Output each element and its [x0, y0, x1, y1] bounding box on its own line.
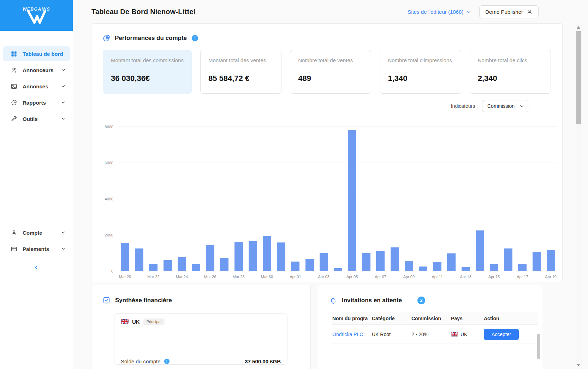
chart-bar-slot	[359, 253, 373, 271]
column-header-program: Nom du progra	[332, 316, 372, 321]
chart-bar[interactable]	[192, 264, 200, 271]
sidebar-collapse-button[interactable]	[0, 260, 73, 275]
stats-row: Montant total des commissions 36 030,36€…	[91, 50, 562, 94]
stat-card-clics[interactable]: Nombre total de clics 2,340	[470, 50, 551, 94]
chart-bar[interactable]	[518, 264, 527, 271]
invitations-scrollbar[interactable]	[537, 334, 540, 359]
chart-x-tick: Apr 03	[317, 273, 331, 280]
chart-bar[interactable]	[447, 253, 456, 271]
chart-x-tick	[302, 273, 316, 280]
sidebar-item-paiements[interactable]: Paiements	[3, 241, 70, 256]
chart-x-tick: Apr 07	[373, 273, 387, 280]
scroll-down-arrow-icon[interactable]	[577, 364, 580, 366]
chart-bar[interactable]	[405, 261, 413, 271]
publisher-account-button[interactable]: Demo Publisher	[479, 5, 539, 18]
chart-bar[interactable]	[178, 257, 186, 271]
chart-bar-slot	[501, 248, 515, 271]
invitation-category: UK Root	[372, 332, 411, 337]
chart-bar[interactable]	[433, 262, 441, 271]
chart-bar[interactable]	[547, 250, 555, 271]
chart-bar[interactable]	[504, 248, 512, 271]
stat-card-ventes-montant[interactable]: Montant total des ventes 85 584,72 €	[200, 50, 281, 94]
sidebar-item-label: Paiements	[23, 246, 49, 252]
chart-bar[interactable]	[362, 253, 370, 271]
chart-bar[interactable]	[263, 236, 271, 271]
chart-bar[interactable]	[476, 230, 484, 271]
performance-title: Performances du compte	[115, 35, 187, 42]
chart-bar[interactable]	[291, 262, 299, 271]
chart-bar[interactable]	[334, 268, 342, 271]
accept-button[interactable]: Accepter	[484, 329, 519, 340]
sidebar-item-tableau-de-bord[interactable]: Tableau de bord	[3, 46, 70, 61]
chart-bar[interactable]	[391, 247, 399, 271]
publisher-sites-link-label: Sites de l'éditeur (1068)	[408, 9, 463, 15]
page-scrollbar-thumb[interactable]	[576, 31, 581, 124]
sidebar-item-rapports[interactable]: Rapports	[3, 95, 70, 110]
program-link[interactable]: Ondricka PLC	[332, 332, 363, 337]
chart-bar[interactable]	[249, 241, 257, 271]
stat-card-commissions[interactable]: Montant total des commissions 36 030,36€	[103, 50, 192, 94]
chart-bar[interactable]	[320, 253, 328, 271]
chart-bar[interactable]	[462, 267, 470, 271]
sidebar-item-outils[interactable]: Outils	[3, 111, 70, 126]
chart-bar[interactable]	[149, 264, 158, 271]
chart-x-tick	[161, 273, 175, 280]
chart-x-tick	[331, 273, 345, 280]
chart-x-tick	[132, 273, 146, 280]
chart-bar[interactable]	[121, 243, 129, 271]
chart-bar[interactable]	[376, 251, 385, 271]
page-scrollbar[interactable]	[576, 23, 582, 369]
stat-card-ventes-nombre[interactable]: Nombre total de ventes 489	[290, 50, 371, 94]
chart-bar[interactable]	[533, 252, 541, 271]
sidebar-item-compte[interactable]: Compte	[3, 225, 70, 240]
indicator-dropdown-value: Commission	[487, 103, 515, 109]
chart-bar-slot	[232, 242, 246, 271]
sidebar-item-annonces[interactable]: Annonces	[3, 79, 70, 94]
chart-x-tick: Mar 30	[260, 273, 274, 280]
invitation-commission: 2 - 20%	[411, 332, 451, 337]
chart-bar[interactable]	[164, 260, 172, 271]
chart-x-tick	[388, 273, 402, 280]
commission-bar-chart: Mar 20Mar 22Mar 24Mar 26Mar 28Mar 30Apr …	[91, 120, 558, 280]
info-badge-icon[interactable]: !	[192, 35, 198, 41]
indicator-dropdown[interactable]: Commission	[482, 100, 529, 112]
chart-bar[interactable]	[277, 242, 285, 271]
chart-bar[interactable]	[348, 130, 356, 271]
pending-invitations-card: Invitations en attente 2 Nom du progra C…	[318, 285, 542, 369]
chart-x-tick: Mar 24	[175, 273, 189, 280]
chart-bar[interactable]	[490, 264, 498, 271]
pie-chart-icon	[103, 34, 111, 42]
chart-x-tick: Apr 15	[487, 273, 501, 280]
sidebar-item-label: Annonceurs	[23, 67, 54, 73]
financial-country-row[interactable]: UK Principal	[114, 314, 287, 330]
chart-y-tick: 4000	[91, 197, 113, 201]
sidebar-item-label: Rapports	[23, 100, 46, 106]
invitations-count-badge: 2	[417, 297, 425, 304]
sidebar-menu: Tableau de bord Annonceurs Annonces Rapp…	[0, 46, 73, 126]
sidebar-item-annonceurs[interactable]: Annonceurs	[3, 63, 70, 77]
chart-bar[interactable]	[206, 245, 214, 271]
financial-summary-card: Synthèse financière UK Principal Solde d…	[91, 285, 311, 369]
chart-bar[interactable]	[419, 266, 427, 271]
scroll-up-arrow-icon[interactable]	[577, 26, 580, 29]
chart-bar-slot	[544, 250, 558, 271]
webgains-logo[interactable]: WEBGAINS	[0, 0, 73, 31]
chart-bar-slot	[402, 261, 416, 271]
chart-x-tick	[501, 273, 515, 280]
chart-bar-slot	[459, 267, 473, 271]
indicator-row: Indicateurs : Commission	[91, 100, 562, 112]
chart-bar-slot	[161, 260, 175, 271]
performance-header: Performances du compte !	[91, 24, 562, 42]
stat-label: Nombre total de ventes	[298, 57, 363, 63]
stat-card-impressions[interactable]: Nombre total d'impressions 1,340	[380, 50, 461, 94]
chart-bar[interactable]	[305, 259, 314, 271]
publisher-sites-link[interactable]: Sites de l'éditeur (1068)	[408, 9, 471, 15]
chart-bar[interactable]	[234, 242, 243, 271]
chart-x-tick	[473, 273, 487, 280]
info-badge-icon[interactable]: !	[164, 359, 170, 364]
chart-x-tick	[416, 273, 430, 280]
stat-label: Nombre total de clics	[478, 57, 543, 63]
stat-value: 2,340	[478, 74, 543, 83]
chart-bar[interactable]	[220, 258, 228, 271]
chart-bar[interactable]	[135, 248, 143, 271]
